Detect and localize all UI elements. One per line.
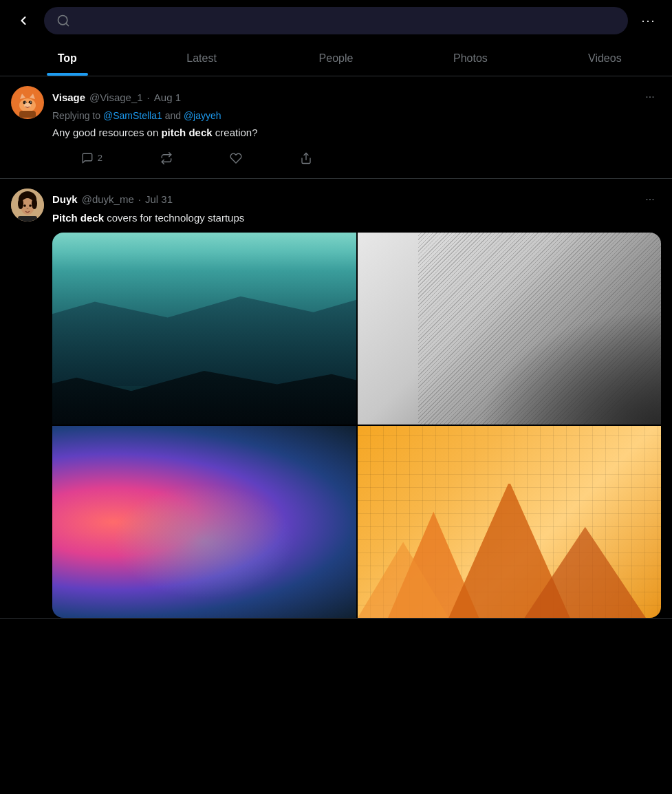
tweet-image-3[interactable] <box>52 426 356 618</box>
svg-point-19 <box>18 198 23 209</box>
search-input[interactable]: pitch deck filter:replies <box>77 14 616 28</box>
svg-point-13 <box>24 103 31 108</box>
tweet-image-1[interactable] <box>52 233 356 425</box>
reply-prefix: Replying to <box>52 110 100 121</box>
search-icon <box>56 14 70 28</box>
tweet-text: Any good resources on pitch deck creatio… <box>52 125 661 141</box>
tweet-text-post: covers for technology startups <box>104 212 244 224</box>
like-button[interactable] <box>224 148 248 169</box>
back-button[interactable] <box>11 8 36 33</box>
tweet-date: Aug 1 <box>154 92 181 103</box>
avatar[interactable] <box>11 86 44 119</box>
tweet-content: Duyk @duyk_me · Jul 31 ··· Pitch deck co… <box>52 189 661 619</box>
tweet-dot: · <box>147 92 150 103</box>
reply-to-1[interactable]: @SamStella1 <box>103 110 162 121</box>
tweet-header: Duyk @duyk_me · Jul 31 ··· <box>52 189 661 211</box>
tweet-text-bold: Pitch deck <box>52 212 104 224</box>
svg-point-20 <box>32 198 37 209</box>
tweet-image-grid[interactable] <box>52 233 661 618</box>
retweet-button[interactable] <box>155 148 178 169</box>
tweet-user-info: Duyk @duyk_me · Jul 31 <box>52 193 173 205</box>
tab-videos[interactable]: Videos <box>538 41 672 76</box>
svg-point-10 <box>25 101 26 103</box>
tweet-username[interactable]: Duyk <box>52 193 78 205</box>
search-bar[interactable]: pitch deck filter:replies <box>44 7 628 34</box>
avatar[interactable] <box>11 189 44 222</box>
tweet-row: Visage @Visage_1 · Aug 1 ··· Replying to… <box>0 76 672 179</box>
tweet-header: Visage @Visage_1 · Aug 1 ··· <box>52 86 661 108</box>
reply-and: and <box>165 110 184 121</box>
tweet-content: Visage @Visage_1 · Aug 1 ··· Replying to… <box>52 86 661 169</box>
tweet-username[interactable]: Visage <box>52 92 85 103</box>
header: pitch deck filter:replies ··· <box>0 0 672 41</box>
tab-top[interactable]: Top <box>0 41 134 76</box>
tweet-date: Jul 31 <box>145 193 173 205</box>
tweet-more-button[interactable]: ··· <box>639 86 661 108</box>
svg-rect-14 <box>19 111 36 118</box>
svg-point-21 <box>23 204 26 207</box>
tweet-text-pre: Any good resources on <box>52 127 161 138</box>
tweet-image-2[interactable] <box>358 233 662 425</box>
tweet-actions: 2 <box>52 148 341 169</box>
tweet-row: Duyk @duyk_me · Jul 31 ··· Pitch deck co… <box>0 179 672 619</box>
reply-line: Replying to @SamStella1 and @jayyeh <box>52 110 661 121</box>
reply-count: 2 <box>98 153 102 163</box>
svg-point-22 <box>29 204 32 207</box>
tweet-more-button[interactable]: ··· <box>639 189 661 211</box>
svg-line-1 <box>66 23 69 26</box>
tweet-handle: @Visage_1 <box>89 92 143 103</box>
tweet-handle: @duyk_me <box>82 193 134 205</box>
tweet-image-4[interactable] <box>358 426 662 618</box>
tab-photos[interactable]: Photos <box>403 41 537 76</box>
tweet-text-bold: pitch deck <box>161 127 212 138</box>
tweet-text: Pitch deck covers for technology startup… <box>52 211 661 226</box>
share-button[interactable] <box>294 148 318 169</box>
svg-point-11 <box>30 101 32 103</box>
svg-point-23 <box>27 208 29 209</box>
tweet-text-post: creation? <box>213 127 258 138</box>
reply-button[interactable]: 2 <box>76 148 108 169</box>
tweet-user-info: Visage @Visage_1 · Aug 1 <box>52 92 181 103</box>
tweet-dot: · <box>138 193 141 205</box>
tab-latest[interactable]: Latest <box>134 41 268 76</box>
search-tabs: Top Latest People Photos Videos <box>0 41 672 76</box>
tab-people[interactable]: People <box>269 41 403 76</box>
more-options-button[interactable]: ··· <box>636 8 661 33</box>
svg-rect-24 <box>18 216 37 222</box>
reply-to-2[interactable]: @jayyeh <box>184 110 221 121</box>
